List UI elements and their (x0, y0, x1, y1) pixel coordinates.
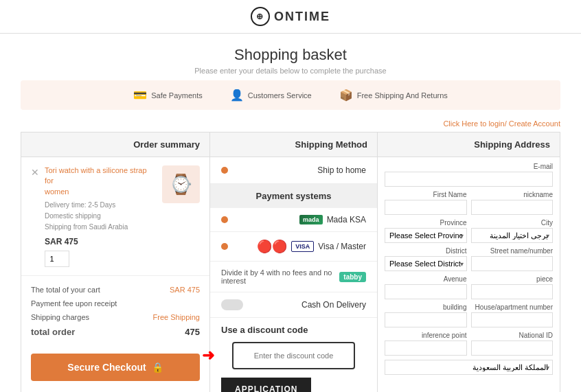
national-id-input[interactable] (471, 341, 554, 356)
tabby-badge: tabby (339, 272, 366, 282)
order-summary-header: Order summary (21, 132, 209, 157)
mada-selected-dot (221, 216, 228, 223)
shipping-origin: Shipping from Saudi Arabia (45, 222, 157, 233)
inference-input[interactable] (385, 341, 467, 356)
visa-selected-dot (221, 243, 228, 250)
page-title-section: Shopping basket Please enter your detail… (0, 34, 581, 80)
house-building-row: building House/apartment number (385, 303, 553, 327)
house-input[interactable] (471, 312, 554, 327)
discount-header: Use a discount code (210, 318, 377, 342)
building-input[interactable] (385, 312, 467, 327)
page-title: Shopping basket (0, 46, 581, 64)
shipping-address-panel: Shipping Address E-mail First Name nickn… (378, 132, 560, 392)
district-label: District (385, 247, 467, 255)
nickname-input[interactable] (471, 200, 554, 215)
ship-to-home-option[interactable]: Ship to home (210, 157, 377, 184)
visa-label: Visa / Master (318, 242, 366, 251)
item-quantity-input[interactable] (45, 251, 69, 267)
country-select[interactable]: المملكة العربية السعودية (385, 360, 553, 375)
nickname-field: nickname (471, 191, 554, 215)
discount-section: ➜ (221, 342, 366, 369)
discount-input-box (232, 342, 355, 369)
cod-toggle[interactable] (221, 299, 243, 310)
piece-avenue-row: Avenue piece (385, 275, 553, 299)
ship-selected-dot (221, 167, 228, 174)
item-name: Tori watch with a silicone strap for wom… (45, 165, 157, 197)
item-details: Tori watch with a silicone strap for wom… (45, 165, 157, 267)
ship-to-home-label: Ship to home (317, 165, 366, 175)
firstname-input[interactable] (385, 200, 467, 215)
city-province-row: Province Please Select Province City برج… (385, 219, 553, 243)
subtotal-value: The total of your cart (31, 286, 100, 294)
city-select[interactable]: برجى اختيار المدينة (471, 228, 554, 243)
city-select-wrapper: برجى اختيار المدينة (471, 228, 554, 243)
house-label: House/apartment number (471, 303, 554, 311)
piece-input[interactable] (471, 284, 554, 299)
mada-logos: mada Mada KSA (299, 215, 366, 224)
firstname-field: First Name (385, 191, 467, 215)
piece-label: piece (471, 275, 554, 283)
order-totals: The total of your cart SAR 475 Payment f… (21, 276, 209, 347)
total-label: 475 (185, 327, 200, 337)
fee-value: Payment fee upon receipt (31, 299, 117, 308)
apply-discount-button[interactable]: APPLICATION (221, 378, 311, 392)
email-label: E-mail (385, 163, 553, 170)
avenue-input[interactable] (385, 284, 467, 299)
info-customers-service: 👤 Customers Service (230, 89, 312, 102)
province-select[interactable]: Please Select Province (385, 228, 467, 243)
mastercard-icon: 🔴🔴 (257, 239, 287, 254)
payment-icon: 💳 (133, 89, 147, 102)
checkout-button[interactable]: Secure Checkout 🔒 (31, 354, 200, 381)
shipping-method-header: Shipping Method (210, 132, 377, 157)
country-row: المملكة العربية السعودية (385, 360, 553, 375)
national-inference-row: inference point National ID (385, 332, 553, 356)
logo: ⊕ ONTIME (251, 7, 330, 26)
order-item: ✕ Tori watch with a silicone strap for w… (21, 157, 209, 276)
info-bar: 💳 Safe Payments 👤 Customers Service 📦 Fr… (21, 80, 560, 110)
street-input[interactable] (471, 256, 554, 271)
shipping-method-panel: Shipping Method Ship to home Payment sys… (210, 132, 378, 392)
email-field: E-mail (385, 163, 553, 187)
shipping-address-header: Shipping Address (378, 132, 560, 157)
province-select-wrapper: Please Select Province (385, 228, 467, 243)
item-name-text: Tori watch with a silicone strap (45, 166, 147, 174)
discount-code-input[interactable] (236, 346, 351, 365)
lock-icon: 🔒 (152, 362, 163, 373)
main-content: Order summary ✕ Tori watch with a silico… (21, 132, 560, 392)
watch-icon: ⌚ (169, 173, 193, 196)
cod-option[interactable]: Cash On Delivery (210, 292, 377, 318)
customers-service-label: Customers Service (248, 91, 312, 100)
street-label: Street name/number (471, 247, 554, 255)
mada-payment-option[interactable]: mada Mada KSA (210, 208, 377, 232)
total-value: total order (31, 327, 75, 337)
order-summary-panel: Order summary ✕ Tori watch with a silico… (21, 132, 210, 392)
mada-label: Mada KSA (327, 215, 366, 224)
free-shipping-label: Free Shipping And Returns (357, 91, 448, 100)
remove-item-button[interactable]: ✕ (31, 167, 39, 178)
national-id-field: National ID (471, 332, 554, 356)
item-meta: Delivery time: 2-5 Days Domestic shippin… (45, 200, 157, 233)
street-district-row: District Please Select District Street n… (385, 247, 553, 271)
inference-field: inference point (385, 332, 467, 356)
building-label: building (385, 303, 467, 311)
checkout-label: Secure Checkout (67, 362, 146, 373)
tabby-option[interactable]: Divide it by 4 with no fees and no inter… (210, 262, 377, 292)
nickname-label: nickname (471, 191, 554, 198)
visa-master-option[interactable]: 🔴🔴 VISA Visa / Master (210, 232, 377, 262)
street-field: Street name/number (471, 247, 554, 271)
email-input[interactable] (385, 172, 553, 187)
cod-label: Cash On Delivery (301, 300, 366, 310)
building-field: building (385, 303, 467, 327)
district-select[interactable]: Please Select District (385, 256, 467, 271)
info-free-shipping: 📦 Free Shipping And Returns (339, 89, 448, 102)
item-image: ⌚ (162, 165, 200, 203)
house-field: House/apartment number (471, 303, 554, 327)
avenue-field: Avenue (385, 275, 467, 299)
subtotal-label: SAR 475 (170, 286, 200, 294)
logo-icon: ⊕ (251, 7, 270, 26)
item-price: SAR 475 (45, 237, 157, 246)
login-link[interactable]: Click Here to login/ Create Account (443, 119, 560, 128)
total-row-subtotal: The total of your cart SAR 475 (31, 283, 200, 297)
total-row-final: total order 475 (31, 324, 200, 340)
discount-input-wrapper (236, 346, 351, 365)
